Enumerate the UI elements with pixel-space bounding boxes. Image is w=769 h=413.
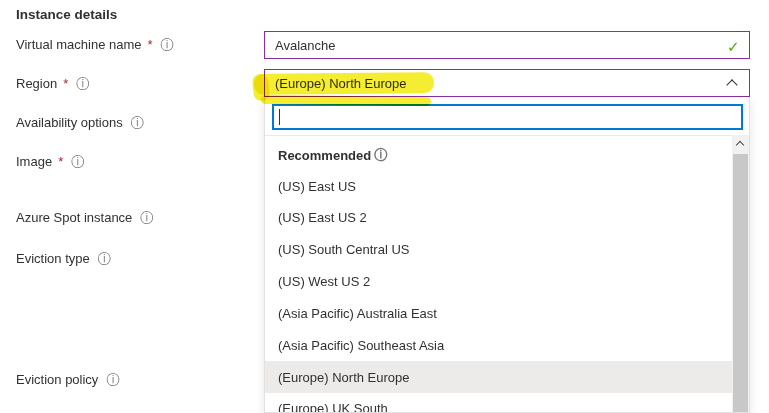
scrollbar-track[interactable] xyxy=(732,135,749,413)
section-title: Instance details xyxy=(16,7,117,22)
eviction-type-label-row: Eviction type ⓘ xyxy=(16,251,111,266)
info-icon[interactable]: ⓘ xyxy=(71,155,85,169)
region-search-input[interactable] xyxy=(272,104,743,130)
azure-spot-label-row: Azure Spot instance ⓘ xyxy=(16,210,154,225)
dropdown-group-header: Recommended ⓘ xyxy=(265,140,732,170)
info-icon[interactable]: ⓘ xyxy=(98,252,112,266)
region-label-row: Region* ⓘ xyxy=(16,76,90,91)
region-combobox[interactable]: (Europe) North Europe xyxy=(264,69,750,97)
info-icon[interactable]: ⓘ xyxy=(76,77,90,91)
region-option-south-central-us[interactable]: (US) South Central US xyxy=(265,234,732,265)
scrollbar-up-button[interactable] xyxy=(732,135,749,152)
region-option-north-europe-selected[interactable]: (Europe) North Europe xyxy=(265,361,732,393)
info-icon[interactable]: ⓘ xyxy=(374,148,388,162)
availability-options-label: Availability options xyxy=(16,115,123,130)
region-option-uk-south[interactable]: (Europe) UK South xyxy=(265,393,732,413)
region-option-west-us-2[interactable]: (US) West US 2 xyxy=(265,266,732,297)
required-marker: * xyxy=(148,37,153,52)
region-dropdown-panel: Recommended ⓘ (US) East US (US) East US … xyxy=(264,97,750,413)
eviction-policy-label: Eviction policy xyxy=(16,372,98,387)
region-option-east-us[interactable]: (US) East US xyxy=(265,171,732,202)
required-marker: * xyxy=(63,76,68,91)
region-label: Region xyxy=(16,76,57,91)
image-label: Image xyxy=(16,154,52,169)
region-option-east-us-2[interactable]: (US) East US 2 xyxy=(265,202,732,233)
instance-details-form: Instance details Virtual machine name* ⓘ… xyxy=(0,0,769,413)
region-combobox-value: (Europe) North Europe xyxy=(275,76,407,91)
required-marker: * xyxy=(58,154,63,169)
chevron-up-icon xyxy=(736,141,744,149)
region-option-australia-east[interactable]: (Asia Pacific) Australia East xyxy=(265,298,732,329)
info-icon[interactable]: ⓘ xyxy=(106,373,120,387)
azure-spot-label: Azure Spot instance xyxy=(16,210,132,225)
chevron-up-icon xyxy=(726,79,737,90)
scrollbar-thumb[interactable] xyxy=(733,154,748,413)
info-icon[interactable]: ⓘ xyxy=(131,116,145,130)
image-label-row: Image* ⓘ xyxy=(16,154,85,169)
eviction-policy-label-row: Eviction policy ⓘ xyxy=(16,372,120,387)
vm-name-label: Virtual machine name xyxy=(16,37,142,52)
vm-name-input[interactable] xyxy=(264,31,750,59)
divider xyxy=(265,135,749,136)
info-icon[interactable]: ⓘ xyxy=(140,211,154,225)
group-header-label: Recommended xyxy=(278,148,371,163)
info-icon[interactable]: ⓘ xyxy=(161,38,175,52)
region-option-southeast-asia[interactable]: (Asia Pacific) Southeast Asia xyxy=(265,330,732,361)
availability-options-label-row: Availability options ⓘ xyxy=(16,115,144,130)
eviction-type-label: Eviction type xyxy=(16,251,90,266)
vm-name-label-row: Virtual machine name* ⓘ xyxy=(16,37,174,52)
